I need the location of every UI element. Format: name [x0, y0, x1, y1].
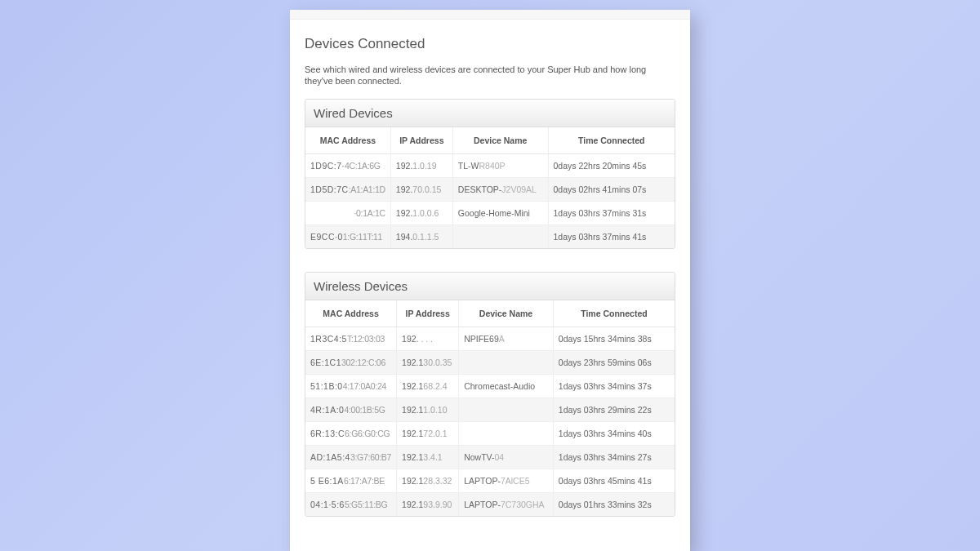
device-name-cell: LAPTOP-7C730GHA	[459, 492, 554, 516]
ip-address-cell: 192.193.9.90	[397, 492, 459, 516]
ip-address-cell: 192.1.0.0.6	[390, 201, 452, 224]
page-intro: See which wired and wireless devices are…	[305, 64, 675, 87]
page-title: Devices Connected	[305, 36, 675, 52]
device-name-cell	[452, 224, 548, 248]
col-mac: MAC Address	[305, 127, 390, 154]
col-name: Device Name	[459, 300, 554, 327]
table-row: 4R:1A:04:00:1B:5G192.11.0.101days 03hrs …	[305, 398, 675, 421]
mac-address-cell: 51:1B:04:17:0A0:24	[305, 374, 397, 398]
device-name-cell: NPIFE69A	[459, 327, 554, 350]
ip-address-cell: 192.128.3.32	[397, 469, 459, 492]
table-row: ·0:1A:1C192.1.0.0.6Google-Home-Mini1days…	[305, 201, 675, 224]
col-ip: IP Address	[397, 300, 459, 327]
table-row: AD:1A5:43:G7:60:B7192.13.4.1NowTV-041day…	[305, 445, 675, 469]
ip-address-cell: 192.172.0.1	[397, 421, 459, 445]
time-connected-cell: 1days 03hrs 34mins 27s	[553, 445, 675, 469]
mac-address-cell: AD:1A5:43:G7:60:B7	[305, 445, 397, 469]
device-name-cell: LAPTOP-7AlCE5	[459, 469, 554, 492]
mac-address-cell: 6E:1C1302:12:C:06	[305, 350, 397, 374]
col-ip: IP Address	[390, 127, 452, 154]
mac-address-cell: 5 E6:1A6:17:A7:BE	[305, 469, 397, 492]
wireless-devices-header: Wireless Devices	[305, 273, 675, 300]
device-name-cell: DESKTOP-J2V09AL	[452, 177, 548, 201]
time-connected-cell: 0days 01hrs 33mins 32s	[553, 492, 675, 516]
wired-devices-panel: Wired Devices MAC Address IP Address Dev…	[305, 99, 675, 249]
device-name-cell	[459, 421, 554, 445]
mac-address-cell: 04:1·5:65:G5:11:BG	[305, 492, 397, 516]
time-connected-cell: 1days 03hrs 34mins 40s	[553, 421, 675, 445]
device-name-cell: NowTV-04	[459, 445, 554, 469]
mac-address-cell: 4R:1A:04:00:1B:5G	[305, 398, 397, 421]
col-time: Time Connected	[548, 127, 675, 154]
mac-address-cell: 1D9C:7·4C:1A:6G	[305, 153, 390, 177]
time-connected-cell: 0days 22hrs 20mins 45s	[548, 153, 675, 177]
top-divider	[290, 10, 690, 20]
time-connected-cell: 1days 03hrs 34mins 37s	[553, 374, 675, 398]
ip-address-cell: 192.13.4.1	[397, 445, 459, 469]
wireless-devices-table: MAC Address IP Address Device Name Time …	[305, 300, 675, 516]
col-name: Device Name	[452, 127, 548, 154]
table-row: 1D9C:7·4C:1A:6G192.1.0.19TL-WR840P0days …	[305, 153, 675, 177]
time-connected-cell: 0days 02hrs 41mins 07s	[548, 177, 675, 201]
device-name-cell	[459, 350, 554, 374]
ip-address-cell: 192.168.2.4	[397, 374, 459, 398]
device-name-cell: Google-Home-Mini	[452, 201, 548, 224]
wireless-devices-panel: Wireless Devices MAC Address IP Address …	[305, 272, 675, 517]
table-row: E9CC·01:G:11T:11194.0.1.1.51days 03hrs 3…	[305, 224, 675, 248]
mac-address-cell: 1D5D:7C:A1:A1:1D	[305, 177, 390, 201]
mac-address-cell: 1R3C4:5T:12:03:03	[305, 327, 397, 350]
table-row: 51:1B:04:17:0A0:24192.168.2.4Chromecast-…	[305, 374, 675, 398]
ip-address-cell: 192.1.0.19	[390, 153, 452, 177]
ip-address-cell: 192.70.0.15	[390, 177, 452, 201]
table-row: 1D5D:7C:A1:A1:1D192.70.0.15DESKTOP-J2V09…	[305, 177, 675, 201]
device-name-cell: TL-WR840P	[452, 153, 548, 177]
device-name-cell: Chromecast-Audio	[459, 374, 554, 398]
ip-address-cell: 192.11.0.10	[397, 398, 459, 421]
col-mac: MAC Address	[305, 300, 397, 327]
table-row: 04:1·5:65:G5:11:BG192.193.9.90LAPTOP-7C7…	[305, 492, 675, 516]
ip-address-cell: 192. . . .	[397, 327, 459, 350]
ip-address-cell: 192.130.0.35	[397, 350, 459, 374]
router-admin-panel: Devices Connected See which wired and wi…	[290, 10, 690, 551]
table-row: 1R3C4:5T:12:03:03192. . . .NPIFE69A0days…	[305, 327, 675, 350]
time-connected-cell: 0days 23hrs 59mins 06s	[553, 350, 675, 374]
table-row: 5 E6:1A6:17:A7:BE192.128.3.32LAPTOP-7AlC…	[305, 469, 675, 492]
mac-address-cell: 6R:13:C6:G6:G0:CG	[305, 421, 397, 445]
time-connected-cell: 1days 03hrs 37mins 31s	[548, 201, 675, 224]
ip-address-cell: 194.0.1.1.5	[390, 224, 452, 248]
time-connected-cell: 0days 15hrs 34mins 38s	[553, 327, 675, 350]
table-row: 6E:1C1302:12:C:06192.130.0.350days 23hrs…	[305, 350, 675, 374]
mac-address-cell: E9CC·01:G:11T:11	[305, 224, 390, 248]
time-connected-cell: 1days 03hrs 29mins 22s	[553, 398, 675, 421]
wired-devices-header: Wired Devices	[305, 100, 675, 127]
col-time: Time Connected	[553, 300, 675, 327]
device-name-cell	[459, 398, 554, 421]
time-connected-cell: 0days 03hrs 45mins 41s	[553, 469, 675, 492]
table-row: 6R:13:C6:G6:G0:CG192.172.0.11days 03hrs …	[305, 421, 675, 445]
wired-devices-table: MAC Address IP Address Device Name Time …	[305, 127, 675, 248]
mac-address-cell: ·0:1A:1C	[305, 201, 390, 224]
time-connected-cell: 1days 03hrs 37mins 41s	[548, 224, 675, 248]
